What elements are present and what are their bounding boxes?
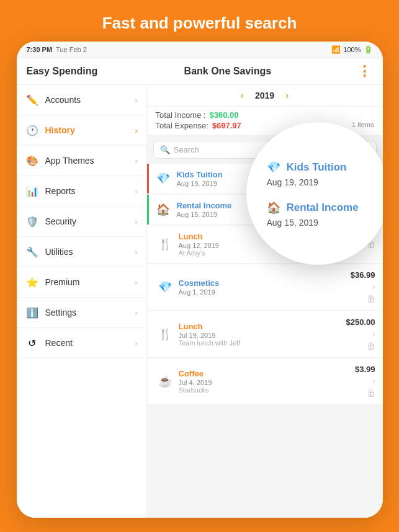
magnifier-overlay: 💎 Kids Tuition Aug 19, 2019 🏠 Rental Inc… [246,122,383,265]
device-frame: 7:30 PM Tue Feb 2 📶 100% 🔋 Easy Spending… [17,42,383,518]
utilities-icon: 🔧 [25,245,39,259]
cosmetics-chevron: › [372,282,375,291]
mag-date-1: Aug 19, 2019 [267,177,347,187]
mag-icon-1: 💎 [266,159,282,175]
reports-chevron: › [135,187,137,196]
history-icon: 🕐 [25,123,39,137]
right-panel: ‹ 2019 › Total Income : $360.00 Total Ex… [147,85,383,518]
lunch2-icon: 🍴 [156,326,174,343]
expense-amount: $697.97 [212,121,241,130]
history-label: History [45,125,75,135]
utilities-label: Utilities [45,247,73,257]
recent-chevron: › [135,339,137,348]
app-themes-label: App Themes [45,156,94,166]
utilities-chevron: › [135,247,137,257]
cosmetics-trash[interactable]: 🗑 [367,294,375,304]
more-menu-button[interactable]: ⋮ [357,63,372,79]
recent-label: Recent [45,338,73,348]
sidebar-item-accounts[interactable]: ✏️ Accounts › [17,85,146,115]
status-time: 7:30 PM [27,46,53,53]
coffee-icon: ☕ [156,373,174,390]
lunch2-date: Jul 19, 2019 [179,332,346,339]
cosmetics-amount: $36.99 [351,270,375,280]
wifi-icon: 📶 [331,45,341,54]
accounts-label: Accounts [45,95,81,105]
transaction-cosmetics[interactable]: 💎 Cosmetics Aug 1, 2019 $36.99 › 🗑 [147,264,383,311]
mag-icon-2: 🏠 [266,200,282,216]
rental-income-icon: 🏠 [155,201,172,218]
next-year-button[interactable]: › [285,90,289,101]
reports-icon: 📊 [25,184,39,198]
cosmetics-date: Aug 1, 2019 [179,288,351,296]
coffee-name: Coffee [179,369,355,378]
main-content: ✏️ Accounts › 🕐 History › 🎨 App Themes › [17,85,383,518]
coffee-date: Jul 4, 2019 [179,379,355,386]
lunch1-icon: 🍴 [156,236,174,253]
reports-label: Reports [45,186,76,196]
mag-title-1: Kids Tuition [287,161,347,174]
cosmetics-icon: 💎 [156,278,174,296]
sidebar-item-utilities[interactable]: 🔧 Utilities › [17,237,146,267]
cosmetics-info: Cosmetics Aug 1, 2019 [179,278,351,296]
sidebar-item-app-themes[interactable]: 🎨 App Themes › [17,146,146,176]
transaction-lunch-2[interactable]: 🍴 Lunch Jul 19, 2019 Team lunch with Jef… [147,311,383,358]
year-label: 2019 [255,91,274,100]
recent-icon: ↺ [25,336,39,350]
prev-year-button[interactable]: ‹ [241,90,244,101]
sidebar-item-reports[interactable]: 📊 Reports › [17,176,146,206]
status-date: Tue Feb 2 [56,46,87,53]
battery-icon: 🔋 [364,45,373,54]
security-chevron: › [135,217,137,226]
coffee-note: Starbucks [179,386,355,394]
app-header: Easy Spending Bank One Savings ⋮ [17,58,383,85]
sidebar-item-premium[interactable]: ⭐ Premium › [17,267,146,298]
accounts-chevron: › [135,95,137,105]
income-label: Total Income : [156,110,206,120]
accounts-icon: ✏️ [25,93,39,107]
coffee-chevron: › [372,376,375,386]
coffee-info: Coffee Jul 4, 2019 Starbucks [179,369,355,394]
app-themes-icon: 🎨 [25,154,39,167]
transaction-coffee[interactable]: ☕ Coffee Jul 4, 2019 Starbucks $3.99 › 🗑 [147,358,383,405]
coffee-amount: $3.99 [355,365,375,374]
expense-label: Total Expense: [156,121,208,130]
accent-bar [147,164,149,193]
accent-bar [147,195,149,224]
account-name: Bank One Savings [184,66,272,77]
sidebar-item-recent[interactable]: ↺ Recent › [17,328,146,358]
settings-icon: ℹ️ [25,306,39,319]
sidebar-item-security[interactable]: 🛡️ Security › [17,206,146,237]
items-count: 1 items [352,121,374,130]
page-header: Fast and powerful search [90,0,310,42]
mag-date-2: Aug 15, 2019 [267,218,359,228]
cosmetics-name: Cosmetics [179,278,351,288]
lunch2-name: Lunch [179,322,346,331]
year-nav: ‹ 2019 › [147,85,383,107]
lunch2-info: Lunch Jul 19, 2019 Team lunch with Jeff [179,322,346,347]
lunch2-trash[interactable]: 🗑 [367,341,375,351]
kids-tuition-icon: 💎 [155,170,172,187]
sidebar: ✏️ Accounts › 🕐 History › 🎨 App Themes › [17,85,147,518]
lunch2-note: Team lunch with Jeff [179,339,346,347]
app-name: Easy Spending [27,66,98,77]
security-label: Security [45,216,77,226]
mag-item-1: 💎 Kids Tuition Aug 19, 2019 [266,159,347,187]
search-icon: 🔍 [160,145,170,154]
settings-label: Settings [45,308,77,317]
income-amount: $360.00 [209,110,238,120]
header-title: Fast and powerful search [102,14,297,32]
battery-label: 100% [343,46,361,53]
premium-label: Premium [45,277,80,287]
app-themes-chevron: › [135,156,137,166]
premium-icon: ⭐ [25,275,39,289]
mag-title-2: Rental Income [287,202,359,214]
premium-chevron: › [135,278,137,287]
sidebar-item-settings[interactable]: ℹ️ Settings › [17,298,146,328]
search-placeholder: Search [174,145,199,154]
sidebar-item-history[interactable]: 🕐 History › [17,115,146,146]
coffee-trash[interactable]: 🗑 [367,388,375,398]
mag-item-2: 🏠 Rental Income Aug 15, 2019 [266,200,359,228]
security-icon: 🛡️ [25,215,39,228]
lunch2-chevron: › [372,329,375,339]
status-bar: 7:30 PM Tue Feb 2 📶 100% 🔋 [17,42,383,58]
